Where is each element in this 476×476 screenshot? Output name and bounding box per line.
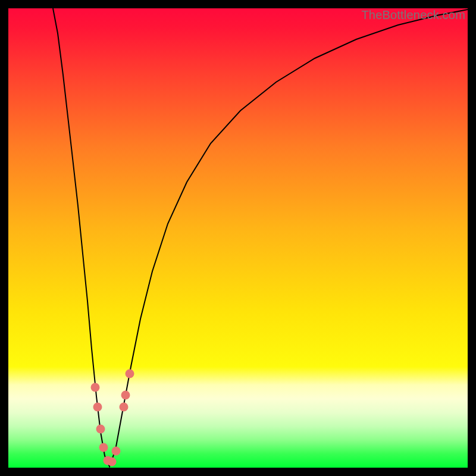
highlight-dot [93, 403, 102, 412]
highlight-dot [121, 391, 130, 400]
bottleneck-curve [8, 8, 468, 468]
highlight-dot [96, 425, 105, 434]
highlight-dot [120, 403, 129, 412]
highlight-dot [108, 458, 117, 466]
watermark-text: TheBottleneck.com [361, 8, 465, 22]
highlight-dot [99, 443, 108, 452]
chart-stage: TheBottleneck.com [0, 0, 476, 476]
highlight-dot [112, 447, 121, 456]
highlight-dot [126, 369, 134, 378]
highlight-dot [91, 383, 100, 392]
